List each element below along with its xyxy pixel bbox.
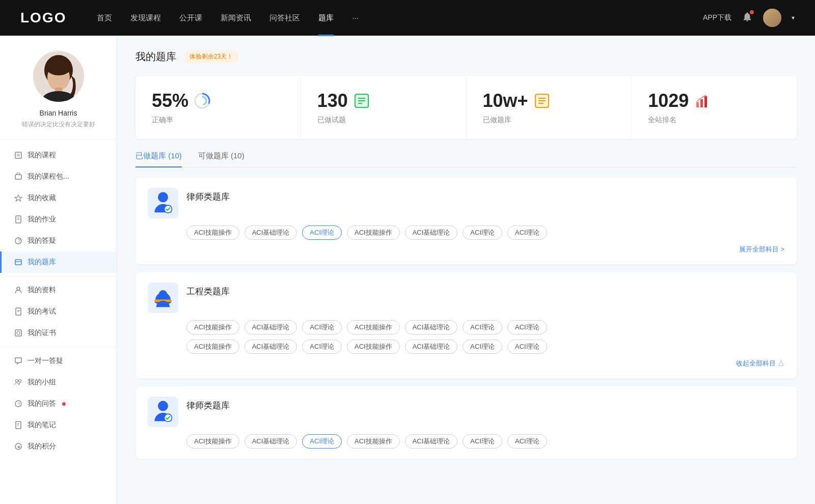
svg-point-47 — [158, 192, 168, 202]
accuracy-label: 正确率 — [152, 116, 284, 125]
tag[interactable]: ACI理论 — [463, 434, 502, 449]
sidebar-label-exam: 我的考试 — [28, 307, 56, 316]
sidebar-label-cert: 我的证书 — [28, 328, 56, 338]
tag[interactable]: ACI基础理论 — [405, 434, 458, 449]
group-icon — [14, 378, 22, 386]
tab-available[interactable]: 可做题库 (10) — [198, 151, 244, 167]
tag[interactable]: ACI理论 — [507, 434, 547, 449]
sidebar-item-profile[interactable]: 我的资料 — [0, 279, 117, 301]
qbank-title-1: 律师类题库 — [186, 191, 230, 203]
tag[interactable]: ACI理论 — [507, 320, 547, 334]
tags-row-1: ACI技能操作 ACI基础理论 ACI理论 ACI技能操作 ACI基础理论 AC… — [148, 226, 784, 240]
tags-row-3: ACI技能操作 ACI基础理论 ACI理论 ACI技能操作 ACI基础理论 AC… — [148, 434, 784, 449]
sidebar-item-qa[interactable]: ? 我的答疑 — [0, 230, 117, 251]
qbank-list: 律师类题库 ACI技能操作 ACI基础理论 ACI理论 ACI技能操作 ACI基… — [135, 178, 797, 459]
tag[interactable]: ACI理论 — [463, 320, 502, 334]
svg-rect-45 — [700, 99, 703, 107]
sidebar-label-qa: 我的答疑 — [28, 236, 56, 245]
tag[interactable]: ACI基础理论 — [405, 340, 458, 354]
tag-active[interactable]: ACI理论 — [302, 226, 342, 240]
sidebar-label-group: 我的小组 — [28, 378, 56, 387]
nav-bank[interactable]: 题库 — [318, 11, 334, 25]
sidebar-item-homework[interactable]: 我的作业 — [0, 209, 117, 230]
svg-text:?: ? — [18, 238, 21, 244]
stat-top: 55% — [152, 90, 284, 111]
bank-icon — [14, 258, 22, 266]
user-name: Brian Harris — [40, 109, 77, 117]
tag[interactable]: ACI理论 — [302, 320, 342, 334]
accuracy-icon — [194, 92, 211, 109]
qbank-icon-lawyer2 — [148, 397, 178, 427]
tag[interactable]: ACI技能操作 — [186, 340, 239, 354]
tag[interactable]: ACI技能操作 — [186, 434, 239, 449]
tag[interactable]: ACI理论 — [463, 226, 502, 240]
sidebar-item-course[interactable]: 我的课程 — [0, 145, 117, 166]
svg-marker-10 — [15, 195, 22, 201]
tag[interactable]: ACI理论 — [507, 226, 547, 240]
tag[interactable]: ACI技能操作 — [347, 320, 400, 334]
tag[interactable]: ACI技能操作 — [186, 320, 239, 334]
sidebar-item-bank[interactable]: 我的题库 — [0, 251, 117, 273]
points-icon: ★ — [14, 442, 22, 451]
tag[interactable]: ACI理论 — [463, 340, 502, 354]
user-menu-chevron[interactable]: ▾ — [792, 14, 795, 21]
tag[interactable]: ACI理论 — [302, 340, 342, 354]
svg-rect-6 — [15, 152, 21, 158]
nav-qa[interactable]: 问答社区 — [269, 11, 300, 25]
app-download-link[interactable]: APP下载 — [703, 13, 731, 22]
nav-news[interactable]: 新闻资讯 — [221, 11, 251, 25]
accuracy-value: 55% — [152, 90, 188, 111]
tabs-row: 已做题库 (10) 可做题库 (10) — [135, 151, 797, 167]
svg-rect-9 — [15, 175, 21, 179]
svg-point-23 — [19, 380, 21, 382]
rank-icon — [694, 92, 711, 109]
expand-link-1[interactable]: 展开全部科目 > — [148, 245, 784, 254]
sidebar-item-myqa[interactable]: ? 我的问答 — [0, 393, 117, 414]
myqa-notification-dot — [62, 402, 66, 406]
sidebar-item-favorites[interactable]: 我的收藏 — [0, 187, 117, 209]
question-icon: ? — [14, 237, 22, 245]
stat-done-questions: 130 已做试题 — [301, 76, 467, 139]
sidebar-item-package[interactable]: 我的课程包... — [0, 166, 117, 187]
nav-more[interactable]: ··· — [352, 11, 359, 25]
tag[interactable]: ACI基础理论 — [244, 320, 297, 334]
tag[interactable]: ACI基础理论 — [244, 226, 297, 240]
tag[interactable]: ACI基础理论 — [405, 320, 458, 334]
nav-opencourse[interactable]: 公开课 — [179, 11, 202, 25]
stat-accuracy: 55% 正确率 — [135, 76, 301, 139]
collapse-link-2[interactable]: 收起全部科目 △ — [148, 359, 784, 368]
sidebar-item-cert[interactable]: 我的证书 — [0, 322, 117, 344]
sidebar-item-tutoring[interactable]: 一对一答疑 — [0, 350, 117, 372]
notification-bell[interactable] — [742, 11, 753, 24]
sidebar-item-points[interactable]: ★ 我的积分 — [0, 436, 117, 457]
cert-icon — [14, 329, 22, 337]
stat-top2: 130 — [317, 90, 450, 111]
done-banks-value: 10w+ — [483, 90, 528, 111]
tag[interactable]: ACI理论 — [507, 340, 547, 354]
tag[interactable]: ACI技能操作 — [186, 226, 239, 240]
sidebar-item-exam[interactable]: 我的考试 — [0, 301, 117, 322]
tag-active[interactable]: ACI理论 — [302, 434, 342, 449]
tag[interactable]: ACI技能操作 — [347, 434, 400, 449]
svg-text:?: ? — [18, 402, 20, 407]
nav-discover[interactable]: 发现课程 — [130, 11, 161, 25]
tag[interactable]: ACI基础理论 — [244, 434, 297, 449]
nav-home[interactable]: 首页 — [97, 11, 112, 25]
rank-label: 全站排名 — [648, 116, 780, 125]
tag[interactable]: ACI技能操作 — [347, 340, 400, 354]
tab-done[interactable]: 已做题库 (10) — [135, 151, 182, 167]
profile-icon — [14, 286, 22, 294]
stat-done-banks: 10w+ 已做题库 — [467, 76, 632, 139]
svg-point-22 — [16, 380, 18, 382]
sidebar-item-notes[interactable]: 我的笔记 — [0, 414, 117, 436]
page-header: 我的题库 体验剩余23天！ — [135, 50, 797, 64]
sidebar-label-profile: 我的资料 — [28, 286, 56, 295]
tag[interactable]: ACI基础理论 — [405, 226, 458, 240]
top-navigation: LOGO 首页 发现课程 公开课 新闻资讯 问答社区 题库 ··· APP下载 … — [0, 0, 815, 36]
tag[interactable]: ACI基础理论 — [244, 340, 297, 354]
qbank-header-3: 律师类题库 — [148, 397, 784, 427]
tag[interactable]: ACI技能操作 — [347, 226, 400, 240]
sidebar-item-group[interactable]: 我的小组 — [0, 372, 117, 393]
sidebar-label-points: 我的积分 — [28, 442, 56, 451]
avatar[interactable] — [763, 9, 781, 27]
